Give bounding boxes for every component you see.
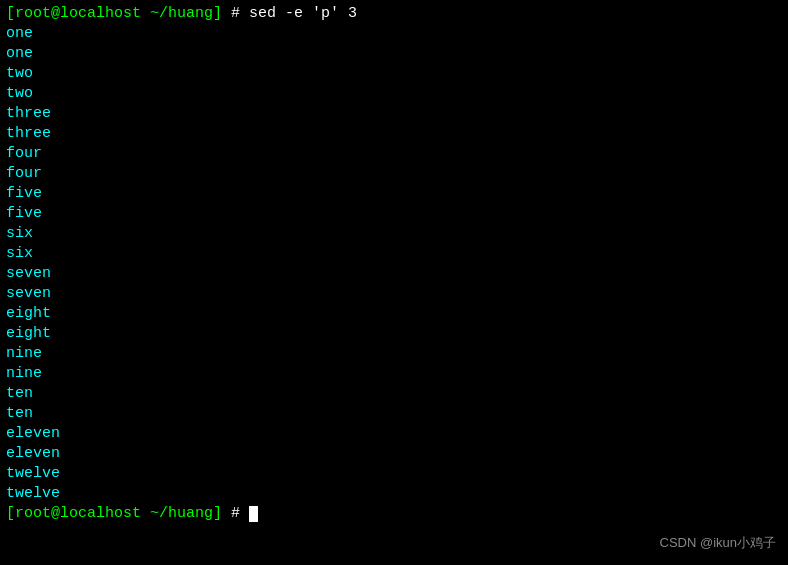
output-container: oneonetwotwothreethreefourfourfivefivesi… — [6, 24, 782, 504]
output-line: eight — [6, 324, 782, 344]
output-line: twelve — [6, 464, 782, 484]
cursor — [249, 506, 258, 522]
output-line: ten — [6, 384, 782, 404]
output-line: one — [6, 44, 782, 64]
output-line: one — [6, 24, 782, 44]
output-line: nine — [6, 344, 782, 364]
command-text: sed -e 'p' 3 — [249, 4, 357, 24]
output-line: ten — [6, 404, 782, 424]
output-line: eleven — [6, 424, 782, 444]
bottom-prompt-line[interactable]: [root@localhost ~/huang] # — [6, 504, 782, 524]
terminal-window: [root@localhost ~/huang] # sed -e 'p' 3 … — [0, 0, 788, 565]
output-line: seven — [6, 264, 782, 284]
output-line: eight — [6, 304, 782, 324]
output-line: nine — [6, 364, 782, 384]
prompt-user: [root@localhost ~/huang] — [6, 4, 222, 24]
prompt-hash: # — [222, 4, 249, 24]
output-line: six — [6, 244, 782, 264]
output-line: five — [6, 204, 782, 224]
output-line: four — [6, 144, 782, 164]
output-line: two — [6, 64, 782, 84]
output-line: seven — [6, 284, 782, 304]
output-line: two — [6, 84, 782, 104]
output-line: three — [6, 124, 782, 144]
output-line: three — [6, 104, 782, 124]
command-line: [root@localhost ~/huang] # sed -e 'p' 3 — [6, 4, 782, 24]
output-line: six — [6, 224, 782, 244]
watermark: CSDN @ikun小鸡子 — [660, 533, 777, 553]
bottom-prompt-hash: # — [222, 504, 249, 524]
output-line: four — [6, 164, 782, 184]
output-line: eleven — [6, 444, 782, 464]
output-line: twelve — [6, 484, 782, 504]
bottom-prompt-user: [root@localhost ~/huang] — [6, 504, 222, 524]
output-line: five — [6, 184, 782, 204]
